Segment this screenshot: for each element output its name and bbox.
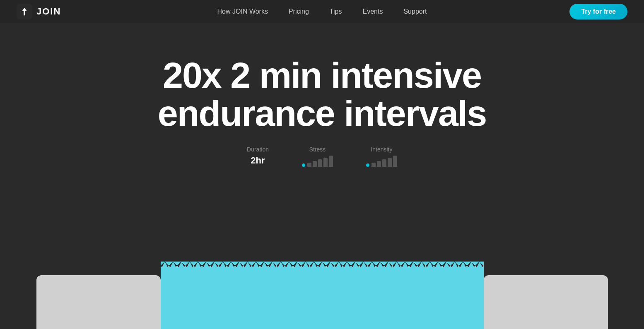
duration-value: 2hr — [251, 155, 265, 166]
stress-bar-3 — [318, 159, 322, 167]
try-for-free-button[interactable]: Try for free — [569, 4, 627, 19]
stress-bar-4 — [323, 158, 328, 167]
hero-section: 20x 2 min intensive endurance intervals … — [0, 23, 644, 167]
nav-link-how-join-works[interactable]: How JOIN Works — [217, 8, 268, 15]
intensity-bar-5 — [393, 156, 397, 167]
logo[interactable]: JOIN — [17, 4, 61, 19]
stat-intensity: Intensity — [366, 146, 397, 167]
logo-text: JOIN — [36, 6, 61, 17]
nav-link-events[interactable]: Events — [362, 8, 383, 15]
intensity-bar-2 — [377, 161, 381, 167]
stat-duration: Duration 2hr — [247, 146, 269, 166]
workout-area — [0, 269, 644, 329]
logo-arrow-icon — [20, 7, 29, 16]
stress-bar-1 — [307, 163, 311, 167]
card-main — [161, 269, 484, 329]
zigzag-border — [161, 261, 484, 270]
nav-links: How JOIN Works Pricing Tips Events Suppo… — [217, 8, 427, 15]
intensity-bar-1 — [371, 163, 376, 167]
stress-label: Stress — [309, 146, 326, 153]
logo-icon — [17, 4, 32, 19]
stress-bar-2 — [313, 161, 317, 167]
duration-label: Duration — [247, 146, 269, 153]
stress-chart — [302, 155, 333, 167]
intensity-chart — [366, 155, 397, 167]
intensity-bar-4 — [388, 158, 392, 167]
card-left — [36, 275, 161, 329]
navbar: JOIN How JOIN Works Pricing Tips Events … — [0, 0, 644, 23]
stat-stress: Stress — [302, 146, 333, 167]
hero-title: 20x 2 min intensive endurance intervals — [158, 56, 486, 133]
stress-dot — [302, 163, 305, 167]
intensity-dot — [366, 163, 369, 167]
stress-bar-5 — [329, 156, 333, 167]
nav-link-support[interactable]: Support — [403, 8, 427, 15]
nav-link-tips[interactable]: Tips — [330, 8, 342, 15]
stats-row: Duration 2hr Stress Intensity — [247, 146, 397, 167]
intensity-label: Intensity — [371, 146, 392, 153]
card-right — [484, 275, 608, 329]
intensity-bar-3 — [382, 159, 386, 167]
nav-link-pricing[interactable]: Pricing — [289, 8, 309, 15]
